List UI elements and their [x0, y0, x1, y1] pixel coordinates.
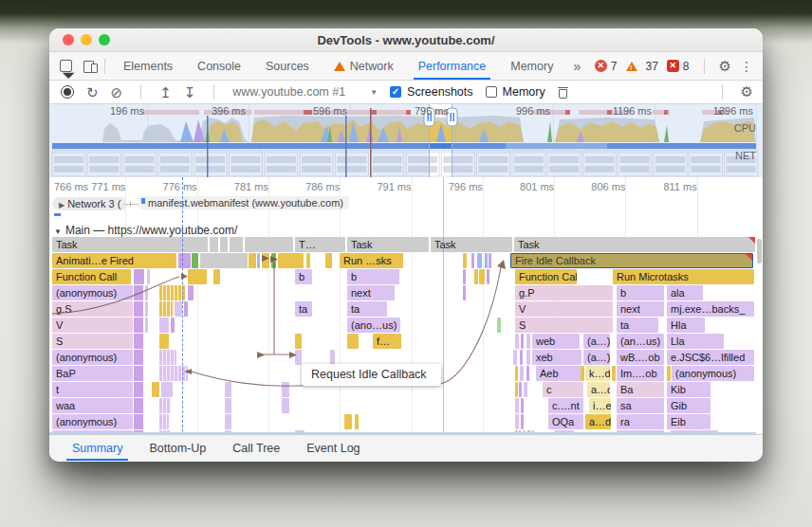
- flame-bar[interactable]: sa: [617, 398, 664, 413]
- flame-bar-sliver[interactable]: [521, 414, 524, 429]
- device-toolbar-icon[interactable]: [83, 59, 99, 74]
- flame-bar-sliver[interactable]: [485, 253, 488, 268]
- flame-bar[interactable]: Run Microtasks: [613, 269, 754, 284]
- flame-bar-sliver[interactable]: [487, 269, 489, 284]
- flame-bar-sliver[interactable]: [667, 366, 671, 381]
- flame-bar-sliver[interactable]: [225, 382, 231, 397]
- flame-bar[interactable]: ala: [667, 285, 703, 300]
- flame-bar[interactable]: (anonymous): [52, 414, 133, 429]
- flame-bar[interactable]: next: [617, 301, 664, 317]
- flame-bar-sliver[interactable]: [474, 269, 478, 284]
- network-request-bar[interactable]: manifest.webmanifest (www.youtube.com): [138, 196, 349, 209]
- flame-bar[interactable]: c.…nt: [548, 398, 583, 413]
- save-profile-icon[interactable]: ↧: [184, 85, 196, 100]
- flame-bar-sliver[interactable]: [134, 366, 143, 381]
- flame-bar-sliver[interactable]: [210, 237, 218, 252]
- flame-bar-sliver[interactable]: [515, 414, 519, 429]
- flame-bar[interactable]: ta: [295, 301, 312, 317]
- timeline-overview[interactable]: 196 ms396 ms596 ms796 ms996 ms1196 ms139…: [49, 104, 763, 177]
- flame-bar[interactable]: web: [532, 334, 580, 349]
- flame-bar-sliver[interactable]: [282, 382, 289, 397]
- flame-bar-sliver[interactable]: [521, 398, 524, 413]
- flame-bar[interactable]: S: [515, 318, 613, 333]
- inspect-element-icon[interactable]: [59, 59, 74, 74]
- flame-bar[interactable]: Task: [514, 237, 755, 252]
- flame-bar-sliver[interactable]: [134, 334, 143, 349]
- network-request-bar-small[interactable]: [54, 213, 61, 216]
- flame-bar-sliver[interactable]: [489, 253, 491, 268]
- bottom-tab-summary[interactable]: Summary: [61, 435, 134, 462]
- memory-checkbox[interactable]: Memory: [486, 85, 545, 99]
- flame-bar[interactable]: Kib: [667, 382, 710, 397]
- tab-elements[interactable]: Elements: [111, 53, 185, 80]
- flame-bar-sliver[interactable]: [134, 318, 143, 333]
- flame-bar[interactable]: xeb: [532, 350, 581, 365]
- flame-bar-sliver[interactable]: [612, 366, 616, 381]
- flame-bar-sliver[interactable]: [161, 382, 173, 397]
- flame-bar-sliver[interactable]: [526, 366, 529, 381]
- flame-bar[interactable]: Function Call: [52, 269, 131, 284]
- flame-bar-sliver[interactable]: [521, 334, 524, 349]
- flame-bar[interactable]: ta: [347, 301, 387, 317]
- flame-bar[interactable]: b: [347, 269, 399, 284]
- flame-bar[interactable]: (ano…us): [347, 318, 400, 333]
- flame-bar-sliver[interactable]: [519, 382, 522, 397]
- flame-bar-sliver[interactable]: [325, 253, 332, 268]
- flame-bar[interactable]: wB.…ob: [617, 350, 664, 365]
- flame-bar-sliver[interactable]: [347, 334, 359, 349]
- flame-bar-sliver[interactable]: [184, 301, 188, 317]
- flame-bar-sliver[interactable]: [497, 318, 501, 333]
- flame-bar[interactable]: Eib: [667, 414, 710, 429]
- flame-bar[interactable]: (anonymous): [52, 285, 133, 300]
- warning-count-badge[interactable]: !37: [626, 60, 658, 73]
- flame-bar-sliver[interactable]: [271, 253, 276, 268]
- flame-bar-sliver[interactable]: [200, 253, 248, 268]
- flame-bar[interactable]: b: [295, 269, 312, 284]
- flame-bar[interactable]: ra: [617, 414, 664, 429]
- flame-bar[interactable]: ta: [617, 318, 658, 333]
- flame-bar-sliver[interactable]: [306, 253, 310, 268]
- flame-bar[interactable]: e.JSC$6…lfilled: [667, 350, 754, 365]
- flame-bar[interactable]: c: [543, 382, 583, 397]
- flame-bar-sliver[interactable]: [188, 285, 194, 300]
- flame-bar-sliver[interactable]: [526, 350, 530, 365]
- flame-bar[interactable]: V: [515, 301, 613, 317]
- flame-bar-sliver[interactable]: [159, 301, 173, 317]
- flame-bar-sliver[interactable]: [515, 382, 518, 397]
- flame-bar-sliver[interactable]: [178, 253, 191, 268]
- flame-bar-sliver[interactable]: [134, 269, 144, 284]
- flame-bar-sliver[interactable]: [344, 414, 352, 429]
- flame-bar[interactable]: Ba: [617, 382, 664, 397]
- flame-bar-sliver[interactable]: [225, 398, 231, 413]
- flame-bar[interactable]: (a…): [583, 350, 610, 365]
- flame-bar-sliver[interactable]: [134, 382, 143, 397]
- flame-bar-sliver[interactable]: [188, 269, 207, 284]
- tab-network[interactable]: !Network: [322, 53, 406, 80]
- flame-bar-sliver[interactable]: [515, 366, 518, 381]
- flame-bar-sliver[interactable]: [134, 285, 143, 300]
- flame-bar[interactable]: (a…): [583, 334, 610, 349]
- flame-bar-sliver[interactable]: [295, 253, 304, 268]
- flame-bar-sliver[interactable]: [159, 318, 169, 333]
- flame-bar-sliver[interactable]: [225, 414, 231, 429]
- title-bar[interactable]: DevTools - www.youtube.com/: [49, 28, 763, 52]
- flame-bar[interactable]: b: [617, 285, 664, 300]
- flame-bar-sliver[interactable]: [159, 414, 169, 429]
- flame-bar-sliver[interactable]: [471, 253, 474, 268]
- flame-bar-sliver[interactable]: [515, 334, 519, 349]
- flame-bar[interactable]: t: [52, 382, 133, 397]
- flame-bar[interactable]: Hla: [667, 318, 705, 333]
- flame-chart[interactable]: TaskT…TaskTaskTaskAnimati…e FiredRun …sk…: [49, 237, 756, 432]
- tab-sources[interactable]: Sources: [253, 53, 322, 80]
- flame-bar-sliver[interactable]: [152, 382, 159, 397]
- flame-bar-sliver[interactable]: [134, 301, 143, 317]
- flame-bar[interactable]: OQa: [548, 414, 583, 429]
- tab-performance[interactable]: Performance: [406, 53, 499, 80]
- reload-and-record-icon[interactable]: ↻: [86, 85, 99, 100]
- flame-bar-sliver[interactable]: [220, 237, 228, 252]
- more-tabs-chevron-icon[interactable]: »: [565, 59, 588, 74]
- flame-bar[interactable]: Run …sks: [340, 253, 403, 268]
- flame-bar[interactable]: waa: [52, 398, 133, 413]
- tab-memory[interactable]: Memory: [498, 53, 565, 80]
- flame-bar[interactable]: g.P: [515, 285, 613, 300]
